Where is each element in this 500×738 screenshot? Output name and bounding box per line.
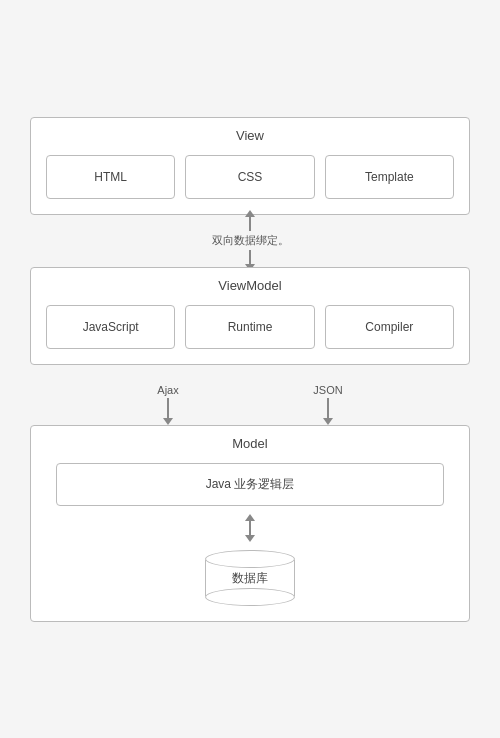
db-inner-connector: [245, 506, 255, 550]
connector-line-bottom: [249, 250, 251, 264]
viewmodel-box-compiler: Compiler: [325, 305, 454, 349]
view-box-css: CSS: [185, 155, 314, 199]
db-label: 数据库: [232, 569, 268, 586]
json-label: JSON: [313, 384, 342, 396]
view-layer: View HTML CSS Template: [30, 117, 470, 215]
view-boxes: HTML CSS Template: [46, 155, 454, 199]
ajax-arrow-icon: [163, 418, 173, 425]
ajax-connector: Ajax: [157, 384, 178, 425]
view-box-html: HTML: [46, 155, 175, 199]
viewmodel-box-js: JavaScript: [46, 305, 175, 349]
bidir-label: 双向数据绑定。: [212, 233, 289, 248]
viewmodel-boxes: JavaScript Runtime Compiler: [46, 305, 454, 349]
bidir-connector: 双向数据绑定。: [30, 215, 470, 267]
java-box: Java 业务逻辑层: [56, 463, 444, 506]
json-connector: JSON: [313, 384, 342, 425]
connector-line-top: [249, 217, 251, 231]
db-line-up: [249, 521, 251, 535]
viewmodel-title: ViewModel: [46, 278, 454, 293]
ajax-line: [167, 398, 169, 418]
diagram: View HTML CSS Template 双向数据绑定。 ViewModel…: [20, 97, 480, 642]
model-inner: Java 业务逻辑层 数据库: [46, 463, 454, 606]
arrow-up-icon: [245, 210, 255, 217]
db-arrow-down-icon: [245, 535, 255, 542]
viewmodel-layer: ViewModel JavaScript Runtime Compiler: [30, 267, 470, 365]
split-connector: Ajax JSON: [30, 365, 470, 425]
viewmodel-box-runtime: Runtime: [185, 305, 314, 349]
view-title: View: [46, 128, 454, 143]
json-arrow-icon: [323, 418, 333, 425]
model-title: Model: [46, 436, 454, 451]
view-box-template: Template: [325, 155, 454, 199]
json-line: [327, 398, 329, 418]
ajax-label: Ajax: [157, 384, 178, 396]
cyl-bottom: [205, 588, 295, 606]
cyl-top: [205, 550, 295, 568]
model-layer: Model Java 业务逻辑层 数据库: [30, 425, 470, 622]
db-arrow-up-icon: [245, 514, 255, 521]
database-cylinder: 数据库: [205, 550, 295, 606]
